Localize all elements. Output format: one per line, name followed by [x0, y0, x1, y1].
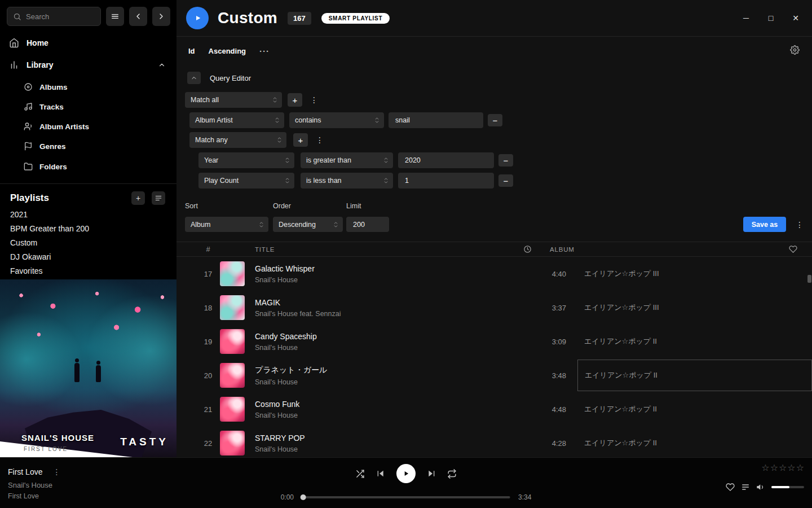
track-album[interactable]: エイリアン☆ポップ II	[577, 393, 812, 425]
track-artist[interactable]: Snail's House	[255, 445, 527, 453]
sidebar-item-library[interactable]: Library	[0, 57, 176, 73]
star-icon[interactable]: ☆	[779, 463, 787, 472]
track-album[interactable]: エイリアン☆ポップ III	[577, 258, 812, 290]
save-as-button[interactable]: Save as	[743, 217, 786, 232]
group-rule-2-value-input[interactable]	[398, 173, 494, 189]
menu-button[interactable]	[106, 7, 124, 26]
rule-value-input[interactable]	[389, 112, 483, 128]
scrollbar-thumb[interactable]	[807, 275, 811, 283]
now-playing-artist[interactable]: Snail's House	[8, 481, 63, 489]
now-playing-album[interactable]: First Love	[8, 492, 63, 500]
table-row[interactable]: 21 Cosmo Funk Snail's House 4:48 エイリアン☆ポ…	[176, 392, 812, 426]
add-rule-button[interactable]: +	[288, 93, 302, 107]
playlist-list-button[interactable]	[152, 191, 165, 205]
playlist-item-custom[interactable]: Custom	[10, 238, 37, 249]
save-menu-button[interactable]: ⋮	[793, 219, 806, 230]
chevron-up-icon[interactable]	[158, 61, 166, 69]
table-row[interactable]: 18 MAGIK Snail's House feat. Sennzai 3:3…	[176, 291, 812, 325]
playlist-item-favorites[interactable]: Favorites	[10, 266, 43, 278]
track-album[interactable]: エイリアン☆ポップ II	[577, 326, 812, 357]
match-any-select[interactable]: Match any	[189, 132, 286, 148]
search-input[interactable]	[26, 12, 88, 21]
table-row[interactable]: 20 プラネット・ガール Snail's House 3:48 エイリアン☆ポッ…	[176, 358, 812, 392]
elapsed-time: 0:00	[281, 493, 294, 501]
search-box[interactable]	[7, 7, 101, 26]
star-icon[interactable]: ☆	[796, 463, 804, 472]
queue-button[interactable]	[741, 483, 750, 492]
track-artist[interactable]: Snail's House	[255, 344, 527, 352]
star-icon[interactable]: ☆	[770, 463, 778, 472]
rule-operator-select[interactable]: contains	[289, 112, 384, 128]
add-group-rule-button[interactable]: +	[293, 133, 308, 147]
track-album[interactable]: エイリアン☆ポップ III	[577, 292, 812, 323]
track-album[interactable]: エイリアン☆ポップ II	[577, 427, 812, 457]
index-column-header[interactable]: #	[200, 245, 216, 253]
sort-field-button[interactable]: Id	[188, 47, 195, 55]
next-track-button[interactable]	[427, 469, 436, 478]
more-options-button[interactable]: ···	[259, 46, 270, 56]
remove-group-rule-2-button[interactable]: −	[498, 174, 513, 187]
sidebar-item-tracks[interactable]: Tracks	[0, 99, 176, 114]
table-row[interactable]: 17 Galactic Whisper Snail's House 4:40 エ…	[176, 257, 812, 291]
track-artist[interactable]: Snail's House feat. Sennzai	[255, 310, 527, 318]
table-row[interactable]: 22 STARRY POP Snail's House 4:28 エイリアン☆ポ…	[176, 426, 812, 457]
minimize-button[interactable]: ─	[738, 10, 754, 26]
table-settings-button[interactable]	[790, 45, 800, 56]
group-rule-1-field-select[interactable]: Year	[198, 152, 294, 168]
collapse-query-editor-button[interactable]	[187, 72, 201, 84]
playlist-item-bpm[interactable]: BPM Greater than 200	[10, 224, 89, 235]
shuffle-button[interactable]	[355, 469, 365, 479]
sort-select[interactable]: Album	[185, 217, 268, 232]
play-playlist-button[interactable]	[186, 7, 209, 29]
volume-button[interactable]	[756, 483, 765, 492]
group-rule-2-operator-select[interactable]: is less than	[301, 173, 393, 189]
now-playing-menu-button[interactable]: ⋮	[50, 466, 63, 478]
track-artist[interactable]: Snail's House	[255, 276, 527, 284]
favorite-column-header[interactable]	[778, 245, 812, 253]
star-icon[interactable]: ☆	[787, 463, 795, 472]
maximize-button[interactable]: □	[762, 10, 779, 26]
sidebar-item-album-artists[interactable]: Album Artists	[0, 119, 176, 134]
limit-input[interactable]	[346, 217, 389, 232]
repeat-button[interactable]	[447, 469, 457, 479]
table-row[interactable]: 19 Candy Spaceship Snail's House 3:09 エイ…	[176, 325, 812, 358]
order-select[interactable]: Descending	[273, 217, 343, 232]
group-rule-1-value-input[interactable]	[398, 152, 494, 168]
playlist-item-dj-okawari[interactable]: DJ Okawari	[10, 252, 51, 264]
duration-column-header[interactable]	[492, 245, 532, 253]
rule-field-select[interactable]: Album Artist	[189, 112, 284, 128]
nav-back-button[interactable]	[129, 7, 147, 26]
seek-handle[interactable]	[301, 494, 306, 500]
sidebar-item-genres[interactable]: Genres	[0, 139, 176, 154]
remove-group-rule-1-button[interactable]: −	[498, 154, 513, 167]
nav-forward-button[interactable]	[152, 7, 170, 26]
favorite-button[interactable]	[726, 483, 735, 492]
previous-track-button[interactable]	[376, 469, 385, 478]
now-playing-artwork[interactable]: SNAIL'S HOUSE FIRST LOVE TASTY	[0, 279, 176, 457]
remove-rule-button[interactable]: −	[488, 114, 502, 126]
track-artist[interactable]: Snail's House	[255, 411, 527, 419]
now-playing-title[interactable]: First Love	[8, 467, 42, 476]
title-column-header[interactable]: TITLE	[255, 246, 492, 253]
group-rule-1-operator-select[interactable]: is greater than	[301, 152, 393, 168]
seek-bar[interactable]	[302, 496, 510, 498]
sidebar: Home Library Albums Tracks Album Artists…	[0, 0, 176, 457]
sort-direction-button[interactable]: Ascending	[209, 47, 246, 55]
playlist-item-2021[interactable]: 2021	[10, 210, 28, 221]
star-icon[interactable]: ☆	[761, 463, 769, 472]
track-artist[interactable]: Snail's House	[255, 378, 527, 386]
sidebar-item-albums[interactable]: Albums	[0, 80, 176, 94]
home-label: Home	[27, 38, 48, 47]
album-column-header[interactable]: ALBUM	[543, 246, 778, 253]
track-album-focused-cell[interactable]: エイリアン☆ポップ II	[577, 360, 812, 391]
add-playlist-button[interactable]: +	[131, 191, 145, 205]
volume-slider[interactable]	[771, 486, 804, 488]
sidebar-item-home[interactable]: Home	[0, 35, 176, 51]
group-menu-button[interactable]: ⋮	[314, 134, 326, 146]
rule-group-menu-button[interactable]: ⋮	[308, 94, 320, 106]
match-all-select[interactable]: Match all	[185, 92, 282, 108]
sidebar-item-folders[interactable]: Folders	[0, 159, 176, 174]
close-button[interactable]: ✕	[787, 10, 804, 26]
play-pause-button[interactable]	[396, 464, 416, 483]
group-rule-2-field-select[interactable]: Play Count	[198, 173, 294, 189]
